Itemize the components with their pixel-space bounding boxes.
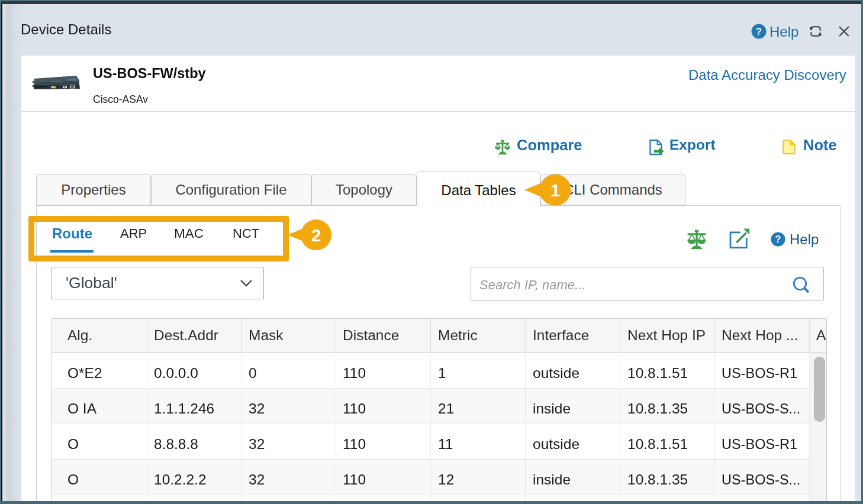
svg-text:?: ? (775, 234, 781, 244)
svg-text:2: 2 (311, 225, 321, 245)
svg-text:?: ? (756, 26, 762, 37)
svg-text:1: 1 (550, 180, 560, 200)
